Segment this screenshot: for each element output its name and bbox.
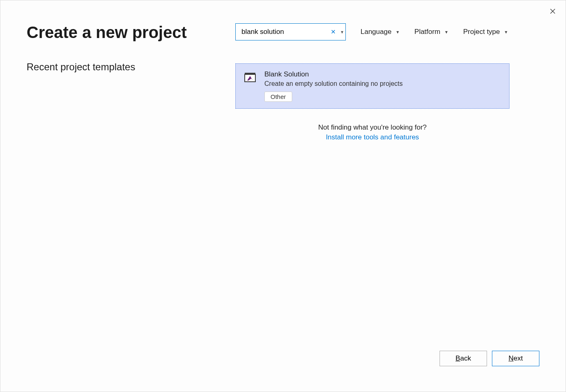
search-dropdown-icon[interactable]: ▼ — [338, 30, 346, 34]
search-box[interactable]: ✕ ▼ — [235, 23, 346, 40]
install-more-link[interactable]: Install more tools and features — [235, 133, 510, 141]
close-icon — [550, 9, 555, 14]
language-filter[interactable]: Language ▼ — [361, 28, 400, 36]
project-type-filter[interactable]: Project type ▼ — [463, 28, 508, 36]
clear-search-icon[interactable]: ✕ — [328, 28, 338, 36]
language-filter-label: Language — [361, 28, 392, 36]
chevron-down-icon: ▼ — [444, 30, 449, 34]
template-blank-solution[interactable]: Blank Solution Create an empty solution … — [235, 63, 510, 109]
not-finding-text: Not finding what you're looking for? — [235, 123, 510, 132]
search-input[interactable] — [241, 28, 328, 36]
template-description: Create an empty solution containing no p… — [264, 80, 502, 87]
recent-templates-heading: Recent project templates — [27, 61, 198, 73]
platform-filter[interactable]: Platform ▼ — [415, 28, 449, 36]
template-title: Blank Solution — [264, 70, 502, 78]
template-tag: Other — [264, 92, 292, 102]
close-button[interactable] — [548, 6, 557, 16]
chevron-down-icon: ▼ — [396, 30, 400, 34]
page-title: Create a new project — [27, 23, 198, 42]
back-button[interactable]: Back — [440, 351, 487, 366]
project-type-filter-label: Project type — [463, 28, 500, 36]
platform-filter-label: Platform — [415, 28, 440, 36]
chevron-down-icon: ▼ — [504, 30, 508, 34]
next-button[interactable]: Next — [492, 351, 539, 366]
visual-studio-icon — [243, 71, 257, 85]
